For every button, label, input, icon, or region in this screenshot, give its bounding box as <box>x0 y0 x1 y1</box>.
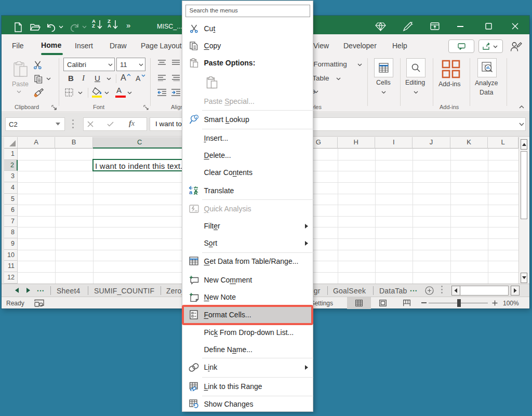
svg-text:a: a <box>189 189 193 195</box>
